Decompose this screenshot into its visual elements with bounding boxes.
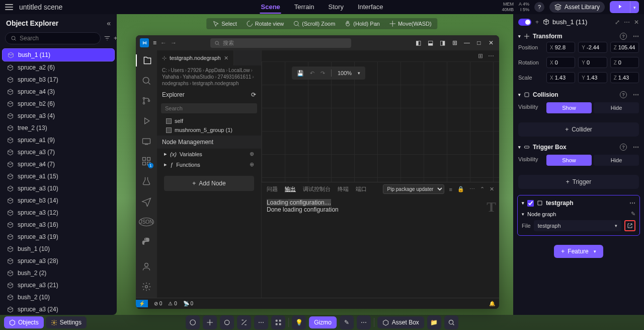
add-icon[interactable]: + [114, 34, 117, 43]
more-icon[interactable]: ⋯ [469, 186, 475, 192]
help-icon[interactable]: ? [620, 91, 627, 98]
list-item[interactable]: spruce_b2 (6) [2, 98, 115, 110]
term-tab-ports[interactable]: 端口 [356, 185, 367, 193]
settings-icon[interactable] [140, 281, 152, 293]
play-button[interactable] [610, 1, 630, 13]
grid-tool[interactable]: ⋯ [254, 315, 268, 329]
tool-zoom[interactable]: (Scroll) Zoom [293, 20, 335, 27]
layout-bottom-icon[interactable]: ⬓ [427, 39, 435, 47]
split-icon[interactable]: ⊞ [478, 52, 483, 59]
close-icon[interactable]: ✕ [634, 19, 639, 26]
rotation-x[interactable]: X0 [546, 57, 575, 68]
status-ports[interactable]: 📡 0 [183, 301, 193, 306]
rotation-z[interactable]: Z0 [610, 57, 639, 68]
list-item[interactable]: spruce_a3 (4) [2, 110, 115, 122]
snap-tool[interactable] [271, 315, 285, 329]
tab-terrain[interactable]: Terrain [293, 1, 315, 14]
help-icon[interactable]: ? [620, 33, 627, 40]
asset-library-button[interactable]: Asset Library [549, 2, 605, 13]
account-icon[interactable] [140, 260, 152, 273]
search-input-wrapper[interactable] [5, 32, 101, 44]
layout-grid-icon[interactable]: ⊞ [451, 39, 459, 47]
edit-icon[interactable]: ✎ [631, 211, 635, 217]
scale-tool[interactable] [237, 315, 251, 329]
rotate-tool[interactable] [220, 315, 234, 329]
add-variable-icon[interactable]: ⊕ [250, 151, 254, 157]
tab-close-icon[interactable]: ✕ [224, 55, 228, 61]
transform-header[interactable]: ▾Transform?⋯ [518, 33, 639, 40]
json-icon[interactable]: JSON [140, 216, 152, 228]
vscode-search[interactable]: 搜索 [210, 38, 351, 48]
term-tab-debug[interactable]: 调试控制台 [303, 185, 331, 193]
layout-left-icon[interactable]: ◧ [415, 39, 423, 47]
node-management-header[interactable]: Node Management [157, 136, 261, 149]
tree-item[interactable]: mushroom_5_group (1) [157, 125, 261, 135]
refresh-icon[interactable]: ⟳ [251, 91, 256, 98]
object-enabled-toggle[interactable] [518, 19, 531, 26]
detach-icon[interactable]: ⤢ [615, 19, 620, 26]
status-errors[interactable]: ⊘ 0 [154, 301, 162, 306]
bell-icon[interactable]: 🔔 [489, 301, 495, 306]
term-tab-problems[interactable]: 问题 [267, 185, 278, 193]
extensions-icon[interactable]: 1 [140, 155, 152, 167]
functions-row[interactable]: ▸ƒFunctions⊕ [157, 159, 261, 170]
more-tools[interactable]: ⋯ [357, 315, 371, 329]
objects-button[interactable]: Objects [4, 316, 44, 328]
list-item[interactable]: bush_2 (2) [2, 267, 115, 279]
list-item[interactable]: spruce_a1 (15) [2, 170, 115, 182]
list-item[interactable]: spruce_a3 (7) [2, 146, 115, 158]
collision-hide-button[interactable]: Hide [594, 102, 639, 113]
list-item[interactable]: spruce_a3 (12) [2, 207, 115, 219]
move-tool[interactable] [203, 315, 217, 329]
nav-back-icon[interactable]: ← [160, 39, 167, 46]
add-collider-button[interactable]: +Collider [518, 122, 639, 137]
gizmo-button[interactable]: Gizmo [309, 316, 337, 328]
status-warnings[interactable]: ⚠ 0 [168, 301, 177, 306]
list-item[interactable]: bush_1 (11) [2, 48, 115, 61]
airplane-icon[interactable] [140, 195, 152, 208]
tool-move[interactable]: Move(WASD) [389, 20, 432, 27]
tool-rotate[interactable]: Rotate view [246, 20, 284, 27]
file-select[interactable]: testgraph▾ [534, 220, 621, 231]
list-item[interactable]: spruce_a3 (28) [2, 255, 115, 267]
position-z[interactable]: Z105.44 [610, 42, 639, 53]
output-select[interactable]: Pip package updater [383, 184, 444, 194]
maximize-icon[interactable]: □ [475, 39, 483, 47]
list-item[interactable]: spruce_a3 (24) [2, 303, 115, 315]
git-icon[interactable] [140, 95, 152, 107]
list-item[interactable]: spruce_a4 (3) [2, 86, 115, 98]
nav-forward-icon[interactable]: → [171, 39, 177, 46]
list-item[interactable]: tree_2 (13) [2, 122, 115, 134]
tab-interface[interactable]: Interface [357, 1, 384, 14]
trigger-show-button[interactable]: Show [546, 155, 592, 166]
settings-button[interactable]: Settings [46, 316, 87, 328]
tree-item[interactable]: self [157, 116, 261, 125]
search-input[interactable] [20, 35, 95, 42]
maximize-panel-icon[interactable]: ⌃ [480, 186, 485, 192]
asset-box-button[interactable]: Asset Box [377, 316, 424, 328]
close-icon[interactable]: ✕ [487, 39, 495, 47]
list-item[interactable]: spruce_a4 (7) [2, 158, 115, 170]
list-item[interactable]: spruce_a3 (19) [2, 231, 115, 243]
list-item[interactable]: spruce_a3 (16) [2, 219, 115, 231]
position-y[interactable]: Y-2.44 [578, 42, 607, 53]
list-item[interactable]: spruce_a3 (10) [2, 182, 115, 194]
search-tool[interactable] [444, 315, 458, 329]
filter-icon[interactable] [104, 34, 111, 43]
debug-icon[interactable] [140, 115, 152, 127]
play-dropdown[interactable]: ▾ [630, 1, 639, 13]
side-search-input[interactable] [165, 105, 253, 111]
term-tab-terminal[interactable]: 终端 [338, 185, 349, 193]
add-function-icon[interactable]: ⊕ [250, 161, 254, 168]
list-item[interactable]: bush_1 (10) [2, 243, 115, 255]
collapse-icon[interactable]: « [107, 19, 111, 27]
light-tool[interactable]: 💡 [292, 315, 306, 329]
undo-icon[interactable]: ↶ [310, 70, 314, 77]
list-item[interactable]: spruce_a3 (21) [2, 279, 115, 291]
save-icon[interactable]: 💾 [297, 70, 304, 77]
breadcrumb[interactable]: C:›Users›27926›AppData›LocalLow›Yahaha›Y… [157, 65, 261, 88]
close-panel-icon[interactable]: ✕ [490, 186, 494, 192]
more-icon[interactable]: ⋯ [629, 200, 635, 207]
file-tab[interactable]: ⊹testgraph.nodegraph✕ [157, 50, 234, 65]
trigger-hide-button[interactable]: Hide [594, 155, 639, 166]
